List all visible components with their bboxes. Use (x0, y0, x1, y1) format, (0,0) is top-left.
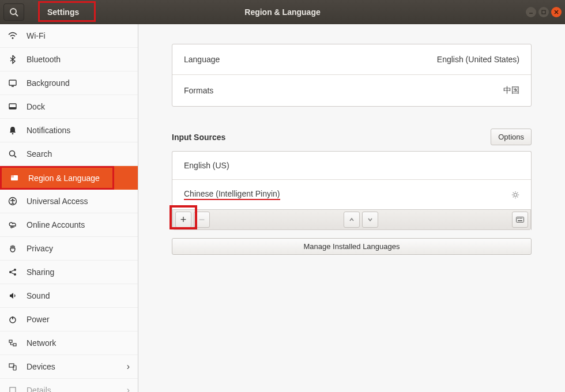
svg-rect-15 (11, 175, 14, 178)
move-down-button[interactable] (362, 212, 378, 228)
wifi-icon (8, 31, 18, 40)
sidebar-item-label: Bluetooth (27, 55, 61, 64)
hand-icon (8, 244, 18, 253)
sidebar-item-search[interactable]: Search (0, 142, 138, 166)
svg-line-1 (16, 14, 18, 16)
svg-rect-27 (9, 340, 12, 342)
svg-rect-43 (519, 218, 520, 219)
input-sources-list: English (US) Chinese (Intelligent Pinyin… (172, 151, 532, 230)
search-icon (8, 149, 18, 159)
gear-icon[interactable] (511, 191, 519, 199)
formats-row[interactable]: Formats 中国 (172, 74, 531, 106)
svg-rect-41 (517, 217, 524, 223)
svg-line-37 (513, 192, 514, 193)
sidebar-item-dock[interactable]: Dock (0, 95, 138, 119)
svg-line-23 (12, 270, 14, 272)
cloud-key-icon (8, 220, 18, 229)
sidebar-item-wifi[interactable]: Wi-Fi (0, 24, 138, 48)
content-area: Language English (United States) Formats… (138, 24, 565, 392)
formats-label: Formats (184, 86, 213, 95)
sidebar-item-label: Dock (27, 102, 45, 111)
sidebar-item-label: Search (27, 149, 52, 159)
sidebar-item-bluetooth[interactable]: Bluetooth (0, 48, 138, 71)
input-source-row[interactable]: Chinese (Intelligent Pinyin) (172, 179, 531, 209)
svg-point-11 (12, 133, 14, 135)
input-source-label: English (US) (184, 161, 229, 170)
sidebar-item-label: Devices (27, 362, 55, 371)
svg-rect-45 (522, 218, 523, 219)
svg-rect-42 (517, 218, 518, 219)
sidebar-item-region-language[interactable]: Region & Language (0, 166, 114, 190)
chevron-right-icon: › (127, 361, 130, 372)
sidebar-item-online-accounts[interactable]: Online Accounts (0, 213, 138, 237)
region-card: Language English (United States) Formats… (172, 44, 532, 107)
add-input-button[interactable]: + (175, 212, 191, 228)
remove-input-button[interactable]: − (194, 212, 210, 228)
dock-icon (8, 102, 18, 111)
sidebar-item-label: Region & Language (28, 174, 100, 183)
sidebar-item-details[interactable]: Details › (0, 379, 138, 392)
svg-rect-3 (542, 10, 545, 14)
language-label: Language (184, 55, 220, 64)
formats-value: 中国 (503, 85, 519, 96)
move-up-button[interactable] (344, 212, 360, 228)
titlebar: Settings Region & Language (0, 0, 565, 24)
svg-line-39 (513, 197, 514, 197)
svg-rect-44 (520, 218, 521, 219)
svg-line-13 (14, 156, 16, 157)
bluetooth-icon (8, 55, 18, 64)
sidebar-item-label: Details (27, 386, 51, 392)
sidebar-item-label: Sound (27, 291, 50, 300)
keyboard-layout-button[interactable] (512, 212, 528, 228)
power-icon (8, 315, 18, 324)
svg-point-17 (12, 199, 14, 201)
svg-point-0 (10, 9, 16, 14)
bell-icon (8, 126, 18, 135)
input-source-row[interactable]: English (US) (172, 152, 531, 179)
svg-point-12 (10, 151, 15, 156)
svg-rect-10 (9, 107, 16, 109)
maximize-button[interactable] (538, 7, 549, 17)
speaker-icon (8, 291, 18, 300)
sidebar-item-sound[interactable]: Sound (0, 284, 138, 308)
svg-rect-28 (13, 344, 16, 346)
sidebar-item-background[interactable]: Background (0, 71, 138, 95)
app-name: Settings (47, 7, 79, 17)
chevron-right-icon: › (127, 385, 130, 392)
sidebar-item-notifications[interactable]: Notifications (0, 119, 138, 142)
sidebar-item-network[interactable]: Network (0, 331, 138, 355)
close-button[interactable] (551, 7, 562, 17)
search-button[interactable] (3, 3, 24, 21)
input-sources-title: Input Sources (172, 133, 225, 142)
svg-point-6 (12, 37, 14, 39)
sidebar-item-universal-access[interactable]: Universal Access (0, 190, 138, 213)
devices-icon (8, 362, 18, 371)
sidebar-item-label: Power (27, 315, 50, 324)
sidebar-item-label: Online Accounts (27, 220, 85, 229)
language-value: English (United States) (437, 55, 519, 64)
sidebar-item-power[interactable]: Power (0, 308, 138, 331)
input-source-label: Chinese (Intelligent Pinyin) (184, 189, 280, 200)
minimize-button[interactable] (526, 7, 536, 17)
background-icon (8, 78, 18, 88)
sidebar-item-label: Privacy (27, 244, 53, 253)
svg-rect-7 (9, 80, 16, 85)
network-icon (8, 338, 18, 348)
sidebar-item-privacy[interactable]: Privacy (0, 237, 138, 261)
sidebar-item-label: Wi-Fi (27, 31, 46, 40)
manage-languages-button[interactable]: Manage Installed Languages (172, 238, 532, 255)
details-icon (8, 386, 18, 392)
svg-point-22 (14, 273, 16, 276)
window-controls (526, 7, 562, 17)
sidebar: Wi-Fi Bluetooth Background Dock Notifica… (0, 24, 138, 392)
sidebar-item-label: Background (27, 78, 70, 88)
sidebar-item-devices[interactable]: Devices › (0, 355, 138, 379)
sidebar-item-label: Network (27, 338, 56, 348)
window-title: Region & Language (244, 7, 320, 17)
input-source-toolbar: + − (172, 209, 531, 230)
language-row[interactable]: Language English (United States) (172, 44, 531, 74)
sidebar-item-label: Notifications (27, 126, 70, 135)
options-button[interactable]: Options (491, 129, 532, 145)
svg-point-18 (11, 227, 13, 228)
sidebar-item-sharing[interactable]: Sharing (0, 261, 138, 284)
